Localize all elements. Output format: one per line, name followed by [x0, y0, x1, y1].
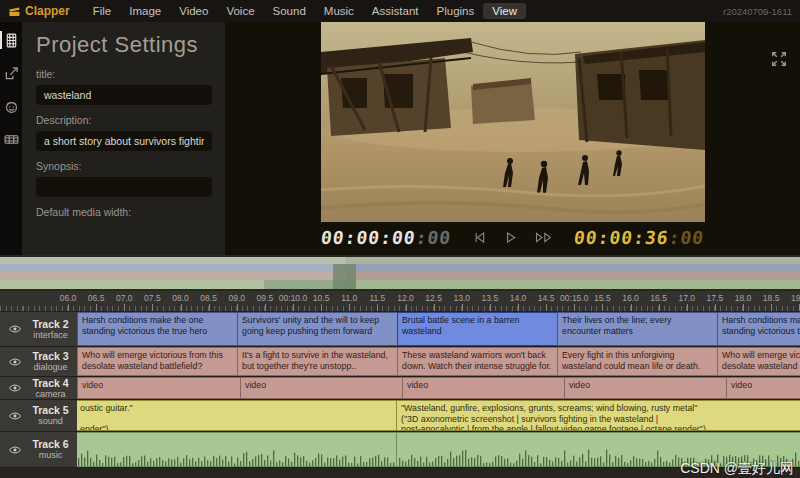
field-label-synopsis: Synopsis: [36, 160, 213, 172]
footage-icon[interactable] [0, 129, 22, 149]
track-header-camera: Track 4camera [0, 377, 77, 399]
ruler-label: 08.0 [172, 293, 189, 303]
eye-icon[interactable] [8, 322, 22, 336]
ruler-major-tick [349, 304, 350, 311]
menu-item-view[interactable]: View [483, 3, 526, 19]
ruler-major-tick [377, 304, 378, 311]
synopsis-input[interactable] [36, 177, 212, 197]
ruler-label: 07.0 [116, 293, 133, 303]
menu-items: FileImageVideoVoiceSoundMusicAssistantPl… [84, 3, 526, 19]
track-lane-interface: Harsh conditions make the one standing v… [77, 312, 800, 346]
title-input[interactable] [36, 85, 212, 105]
eye-icon[interactable] [8, 355, 22, 369]
timeline-cell-interface[interactable]: Harsh conditions make the one standing v… [717, 312, 800, 346]
menu-item-music[interactable]: Music [315, 3, 363, 19]
menu-item-sound[interactable]: Sound [264, 3, 315, 19]
track-name: Track 5 [28, 404, 73, 416]
timeline-minimap[interactable] [0, 255, 800, 291]
minimap-viewport[interactable] [0, 257, 346, 289]
ruler-major-tick [602, 304, 603, 311]
timeline-cell-interface[interactable]: Harsh conditions make the one standing v… [77, 312, 238, 346]
ruler-label: 09.0 [228, 293, 245, 303]
eye-icon[interactable] [8, 409, 22, 423]
video-canvas[interactable] [321, 22, 705, 222]
project-settings-icon[interactable] [0, 30, 22, 50]
track-type: music [28, 450, 73, 460]
track-header-sound: Track 5sound [0, 400, 77, 431]
menu-item-assistant[interactable]: Assistant [363, 3, 428, 19]
ruler-label: 11.5 [369, 293, 385, 303]
ruler-major-tick [434, 304, 435, 311]
eye-icon[interactable] [8, 443, 22, 457]
ruler-label: 18.0 [735, 293, 752, 303]
menu-item-image[interactable]: Image [120, 3, 170, 19]
timeline-cell-interface[interactable]: Survivors' unity and the will to keep go… [237, 312, 398, 346]
timeline-cell-camera[interactable]: video [726, 377, 800, 399]
menu-item-plugins[interactable]: Plugins [428, 3, 484, 19]
ruler-label: 19.0 [791, 293, 800, 303]
timeline-cell-camera[interactable]: video [77, 377, 241, 399]
fullscreen-icon[interactable] [770, 50, 788, 68]
main-area: Project Settings title:Description:Synop… [0, 22, 800, 255]
ruler-label: 13.0 [453, 293, 470, 303]
export-icon[interactable] [0, 63, 22, 83]
field-title: title: [36, 68, 213, 105]
ruler-label: 10.5 [313, 293, 330, 303]
menu-bar: Clapper FileImageVideoVoiceSoundMusicAss… [0, 0, 800, 22]
watermark: CSDN @壹好儿网 [680, 460, 794, 478]
skip-to-start-icon[interactable] [472, 230, 487, 246]
timeline-cell-dialogue[interactable]: These wasteland warriors won't back down… [397, 347, 558, 376]
timeline-cell-sound[interactable]: oustic guitar." ender") [77, 400, 397, 431]
timeline-cell-sound[interactable]: "Wasteland, gunfire, explosions, grunts,… [396, 400, 800, 431]
app-logo[interactable]: Clapper [8, 4, 70, 18]
timeline-cell-dialogue[interactable]: Every fight in this unforgiving wastelan… [557, 347, 718, 376]
play-icon[interactable] [503, 230, 518, 246]
version-label: r20240709-1611 [723, 6, 792, 17]
timeline-cell-dialogue[interactable]: Who will emerge victorious from this des… [717, 347, 800, 376]
timeline-cell-music[interactable] [77, 432, 397, 467]
ruler-major-tick [715, 304, 716, 311]
ruler-label: 14.5 [538, 293, 555, 303]
track-header-dialogue: Track 3dialogue [0, 347, 77, 376]
ruler-label: 07.5 [144, 293, 161, 303]
track-name: Track 6 [28, 438, 73, 450]
menu-item-file[interactable]: File [84, 3, 121, 19]
timeline-cell-dialogue[interactable]: Who will emerge victorious from this des… [77, 347, 238, 376]
ruler-major-tick [209, 304, 210, 311]
track-lane-dialogue: Who will emerge victorious from this des… [77, 347, 800, 376]
ruler-major-tick [771, 304, 772, 311]
description-input[interactable] [36, 131, 212, 151]
eye-icon[interactable] [8, 381, 22, 395]
ruler-label: 09.5 [257, 293, 274, 303]
icon-rail [0, 22, 22, 255]
app-name: Clapper [25, 4, 70, 18]
track-row-interface: Track 2interfaceHarsh conditions make th… [0, 312, 800, 347]
project-settings-panel: Project Settings title:Description:Synop… [22, 22, 225, 255]
timeline-cell-camera[interactable]: video [402, 377, 565, 399]
ruler-major-tick [181, 304, 182, 311]
ruler-label: 13.5 [482, 293, 499, 303]
track-header-music: Track 6music [0, 432, 77, 467]
panel-title: Project Settings [36, 32, 213, 58]
track-type: dialogue [28, 362, 73, 372]
fast-forward-icon[interactable] [534, 230, 554, 246]
timeline-cell-camera[interactable]: video [564, 377, 727, 399]
ruler-major-tick [631, 304, 632, 311]
timeline-ruler[interactable]: 06.006.507.007.508.008.509.009.500:10.01… [0, 291, 800, 312]
ruler-major-tick [293, 304, 294, 311]
track-row-dialogue: Track 3dialogueWho will emerge victoriou… [0, 347, 800, 377]
field-default-media-width: Default media width: [36, 206, 213, 218]
timeline-cell-camera[interactable]: video [240, 377, 403, 399]
menu-item-video[interactable]: Video [170, 3, 217, 19]
characters-icon[interactable] [0, 96, 22, 116]
ruler-label: 15.5 [594, 293, 611, 303]
timeline-cell-dialogue[interactable]: It's a fight to survive in the wasteland… [237, 347, 398, 376]
menu-item-voice[interactable]: Voice [217, 3, 263, 19]
ruler-label: 06.0 [60, 293, 77, 303]
field-label-description: Description: [36, 114, 213, 126]
minimap-handle[interactable] [333, 264, 356, 289]
timeline-cell-interface[interactable]: Brutal battle scene in a barren wastelan… [397, 312, 558, 346]
timeline-cell-interface[interactable]: Their lives on the line; every encounter… [557, 312, 718, 346]
ruler-major-tick [96, 304, 97, 311]
total-timecode: 00:00:36:00 [573, 227, 706, 248]
